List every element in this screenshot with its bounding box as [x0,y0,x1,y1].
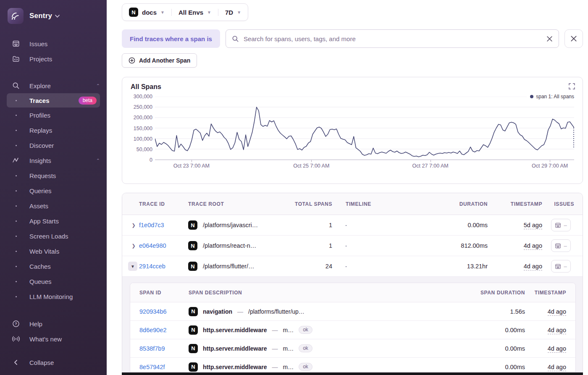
sidebar-item-caches[interactable]: Caches [0,259,107,274]
timestamp-tooltip[interactable]: 4d ago [524,263,542,270]
sidebar-section-explore[interactable]: Explore ⌃ [0,78,107,93]
trace-row: ❯ f1e0d7c3 N/platforms/javascri… 1 0.00m… [122,215,583,236]
sidebar-item-issues[interactable]: Issues [0,36,107,51]
chart-plot-area[interactable]: span 1: All spans [155,97,574,160]
chart-title: All Spans [131,83,574,91]
expand-row-chevron[interactable]: ❯ [128,243,139,249]
sidebar-section-insights[interactable]: Insights ⌃ [0,153,107,168]
sidebar-item-screen-loads[interactable]: Screen Loads [0,228,107,244]
y-tick: 200,000 [134,115,152,121]
span-status-badge: ok [299,326,312,334]
chart-legend[interactable]: span 1: All spans [527,94,574,100]
span-row: 8538f7b9 N http.server.middleware — m… o… [130,339,575,358]
page-filter-bar: N docs ▼ All Envs ▼ 7D ▼ [122,3,248,21]
sidebar-item-whats-new[interactable]: What's new [0,331,107,346]
bullet-icon [12,296,20,297]
sidebar-item-profiles[interactable]: Profiles [0,108,107,123]
chevron-up-icon[interactable]: ⌃ [96,158,100,163]
expand-row-chevron[interactable]: ❯ [128,223,139,228]
sidebar-collapse-button[interactable]: Collapse [0,355,107,370]
svg-text:?: ? [15,321,17,326]
environment-filter[interactable]: All Envs ▼ [171,9,218,16]
span-id-link[interactable]: 920934b6 [139,308,189,315]
col-span-timestamp: TIMESTAMP [525,290,566,296]
y-tick: 0 [150,157,152,163]
sidebar-item-llm-monitoring[interactable]: LLM Monitoring [0,289,107,304]
chevron-up-icon[interactable]: ⌃ [96,83,100,89]
timestamp-tooltip[interactable]: 4d ago [524,242,542,250]
clear-search-icon[interactable] [546,36,553,42]
sidebar-item-app-starts[interactable]: App Starts [0,213,107,228]
nextjs-project-icon: N [188,241,197,250]
x-tick-label: Oct 27 7:00 AM [412,163,449,169]
col-duration: DURATION [445,201,488,207]
sidebar-footer: ? Help What's new [0,316,107,370]
legend-dot-icon [530,95,533,98]
expand-chart-icon[interactable] [569,83,575,89]
help-icon: ? [12,320,20,328]
x-tick-label: Oct 29 7:00 AM [532,163,568,169]
chart-x-axis: Oct 23 7:00 AM Oct 25 7:00 AM Oct 27 7:0… [155,160,574,173]
bullet-icon [12,236,20,237]
col-total-spans: TOTAL SPANS [284,201,332,207]
span-id-link[interactable]: 8d6e90e2 [139,327,189,333]
sidebar-item-help[interactable]: ? Help [0,316,107,331]
span-condition-chip[interactable]: Find traces where a span is [122,29,220,48]
collapse-row-chevron[interactable]: ▼ [128,262,137,271]
bullet-icon [12,130,20,131]
sidebar-item-web-vitals[interactable]: Web Vitals [0,244,107,259]
sidebar-item-queues[interactable]: Queues [0,274,107,289]
y-tick: 100,000 [134,136,152,142]
timestamp-tooltip[interactable]: 5d ago [524,222,542,229]
sidebar-item-assets[interactable]: Assets [0,198,107,213]
timestamp-tooltip[interactable]: 4d ago [548,345,566,353]
issues-indicator-button[interactable]: – [551,239,571,252]
issues-indicator-button[interactable]: – [551,219,571,231]
bullet-icon [12,115,20,116]
issues-indicator-button[interactable]: – [551,260,571,273]
timestamp-tooltip[interactable]: 4d ago [548,364,566,371]
sidebar-item-requests[interactable]: Requests [0,168,107,183]
bullet-icon [12,281,20,282]
bullet-icon [12,175,20,176]
span-search-input[interactable]: Search for spans, users, tags, and more [226,29,559,48]
chevron-down-icon: ▼ [237,10,241,15]
chevron-down-icon: ▼ [207,10,211,15]
timestamp-tooltip[interactable]: 4d ago [548,327,566,334]
org-switcher[interactable]: Sentry [0,7,107,25]
bullet-icon [12,100,20,101]
date-range-filter[interactable]: 7D ▼ [218,9,248,16]
nextjs-project-icon: N [188,262,197,271]
projects-icon [12,55,20,63]
nextjs-project-icon: N [189,344,198,353]
spans-subtable-header: SPAN ID SPAN DESCRIPTION SPAN DURATION T… [130,283,575,302]
sidebar-item-queries[interactable]: Queries [0,183,107,198]
project-filter[interactable]: N docs ▼ [122,8,171,17]
sidebar-item-projects[interactable]: Projects [0,51,107,66]
issues-icon [555,243,561,249]
timestamp-tooltip[interactable]: 4d ago [548,308,566,316]
remove-span-condition-button[interactable] [564,29,583,48]
sidebar-item-discover[interactable]: Discover [0,138,107,153]
org-name: Sentry [29,12,52,20]
sidebar-item-replays[interactable]: Replays [0,123,107,138]
span-id-link[interactable]: 8538f7b9 [139,345,189,352]
traces-table: TRACE ID TRACE ROOT TOTAL SPANS TIMELINE… [122,193,583,372]
col-timeline: TIMELINE [332,201,445,207]
trace-id-link[interactable]: 2914cceb [139,263,188,270]
issues-icon [12,40,20,47]
close-icon [570,35,577,42]
y-tick: 250,000 [134,104,152,110]
nextjs-project-icon: N [189,325,198,335]
add-another-span-button[interactable]: Add Another Span [122,53,197,68]
sidebar-nav: Issues Projects Explore ⌃ Traces [0,36,107,370]
sidebar-item-traces[interactable]: Traces beta [7,93,100,108]
trace-id-link[interactable]: e064e980 [139,242,188,249]
trace-id-link[interactable]: f1e0d7c3 [139,222,188,228]
span-id-link[interactable]: 8e57942f [139,364,189,370]
insights-icon [12,157,20,164]
col-span-duration: SPAN DURATION [447,290,525,296]
nextjs-project-icon: N [188,220,197,230]
expanded-trace-panel: SPAN ID SPAN DESCRIPTION SPAN DURATION T… [122,277,583,372]
nextjs-project-icon: N [189,307,198,316]
